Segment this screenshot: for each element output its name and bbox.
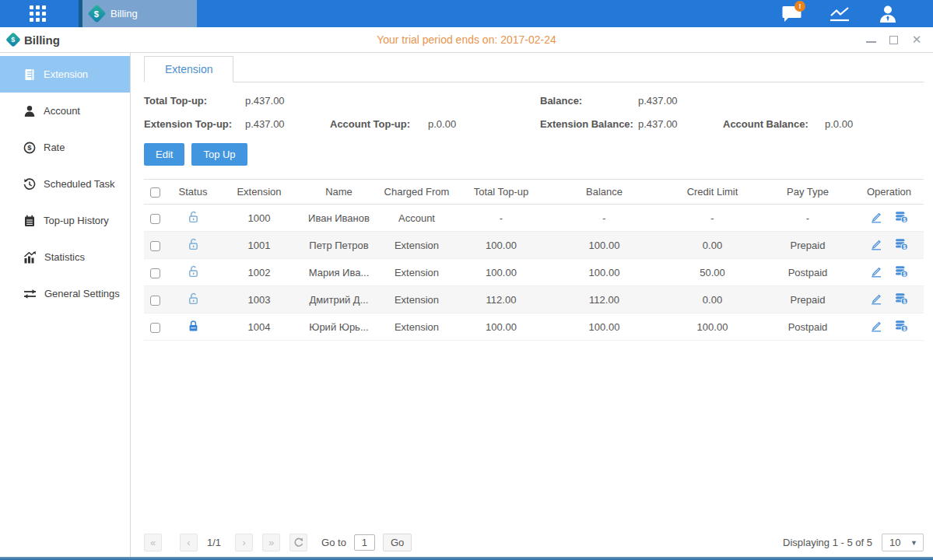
charged-from-cell: Extension xyxy=(376,286,458,313)
credit-limit-cell: 0.00 xyxy=(664,232,761,259)
page-size-select[interactable]: 10 ▼ xyxy=(882,534,924,551)
sidebar-item-label: Top-up History xyxy=(44,215,109,226)
tab-extension[interactable]: Extension xyxy=(144,56,233,82)
pay-type-cell: Postpaid xyxy=(761,259,854,286)
statistics-bars-icon xyxy=(23,251,37,264)
col-balance: Balance xyxy=(545,180,664,205)
table-header-row: Status Extension Name Charged From Total… xyxy=(144,180,924,205)
top-up-button[interactable]: Top Up xyxy=(191,143,247,166)
sidebar-item-topup-history[interactable]: Top-up History xyxy=(0,202,130,239)
go-button[interactable]: Go xyxy=(383,534,412,551)
credit-limit-cell: 100.00 xyxy=(664,313,761,341)
operation-cell: $ xyxy=(854,313,924,341)
col-total-topup: Total Top-up xyxy=(458,180,545,205)
edit-pencil-icon xyxy=(870,238,882,250)
prev-page-button[interactable]: ‹ xyxy=(180,534,198,551)
extension-cell: 1000 xyxy=(216,205,302,232)
account-balance-value: p.0.00 xyxy=(825,118,924,130)
page-indicator: 1/1 xyxy=(207,537,221,548)
edit-row-button[interactable] xyxy=(870,320,882,334)
credit-limit-cell: 0.00 xyxy=(664,286,761,313)
balance-cell: 100.00 xyxy=(545,232,664,259)
refresh-button[interactable] xyxy=(289,534,307,551)
row-checkbox[interactable] xyxy=(150,323,160,333)
col-operation: Operation xyxy=(854,180,924,205)
edit-button[interactable]: Edit xyxy=(144,143,184,166)
locked-icon xyxy=(188,320,199,332)
scheduled-task-clock-icon xyxy=(23,178,36,191)
first-page-button[interactable]: « xyxy=(144,534,162,551)
close-button[interactable]: ✕ xyxy=(911,34,922,45)
topup-row-button[interactable]: $ xyxy=(895,238,908,253)
pay-type-cell: Prepaid xyxy=(761,232,854,259)
last-page-button[interactable]: » xyxy=(262,534,280,551)
goto-page-input[interactable] xyxy=(354,534,375,551)
app-tab-label: Billing xyxy=(110,8,138,19)
balance-cell: 100.00 xyxy=(545,259,664,286)
statistics-chart-icon[interactable] xyxy=(829,5,851,23)
minimize-button[interactable] xyxy=(866,37,876,43)
sidebar-item-label: Extension xyxy=(44,68,88,80)
edit-row-button[interactable] xyxy=(870,292,882,307)
topup-row-button[interactable]: $ xyxy=(895,320,908,334)
next-page-button[interactable]: › xyxy=(235,534,253,551)
sidebar-item-scheduled-task[interactable]: Scheduled Task xyxy=(0,166,130,202)
sidebar-item-general-settings[interactable]: General Settings xyxy=(0,275,130,312)
sidebar-item-extension[interactable]: Extension xyxy=(0,56,130,93)
select-all-checkbox[interactable] xyxy=(150,187,160,198)
status-cell xyxy=(170,232,216,259)
table-body: 1000Иван ИвановAccount----$1001Петр Петр… xyxy=(144,205,924,341)
notifications-chat-icon[interactable]: ! xyxy=(780,5,802,23)
account-balance-label: Account Balance: xyxy=(723,118,825,130)
svg-text:$: $ xyxy=(903,243,906,250)
topup-row-button[interactable]: $ xyxy=(895,265,908,280)
table-row: 1002Мария Ива...Extension100.00100.0050.… xyxy=(144,259,924,286)
row-checkbox[interactable] xyxy=(150,214,160,224)
table-row: 1004Юрий Юрь...Extension100.00100.00100.… xyxy=(144,313,924,341)
tab-strip: Extension xyxy=(144,56,924,82)
line-chart-icon xyxy=(829,5,851,23)
total-topup-cell: 112.00 xyxy=(458,286,545,313)
name-cell: Дмитрий Д... xyxy=(302,286,376,313)
topup-row-button[interactable]: $ xyxy=(895,292,908,307)
unlocked-icon xyxy=(188,211,199,223)
total-topup-label: Total Top-up: xyxy=(144,95,245,107)
edit-row-button[interactable] xyxy=(870,211,882,226)
chevron-down-icon: ▼ xyxy=(910,539,917,547)
col-status: Status xyxy=(170,180,216,205)
charged-from-cell: Extension xyxy=(376,259,458,286)
unlocked-icon xyxy=(188,238,199,250)
col-pay-type: Pay Type xyxy=(761,180,854,205)
table-row: 1003Дмитрий Д...Extension112.00112.000.0… xyxy=(144,286,924,313)
window-bottom-edge xyxy=(0,557,933,560)
svg-text:$: $ xyxy=(903,325,906,331)
topup-row-button[interactable]: $ xyxy=(895,211,908,226)
sidebar-item-statistics[interactable]: Statistics xyxy=(0,239,130,275)
edit-pencil-icon xyxy=(870,320,882,332)
maximize-button[interactable] xyxy=(889,36,898,44)
sidebar-item-account[interactable]: Account xyxy=(0,93,130,129)
row-checkbox[interactable] xyxy=(150,268,160,278)
sidebar-item-label: Scheduled Task xyxy=(44,178,115,190)
top-bar: $ Billing ! xyxy=(0,0,933,27)
row-checkbox[interactable] xyxy=(150,296,160,306)
user-account-icon[interactable] xyxy=(877,5,899,23)
notification-badge: ! xyxy=(794,1,805,12)
row-checkbox[interactable] xyxy=(150,241,160,251)
operation-cell: $ xyxy=(854,232,924,259)
pay-type-cell: Postpaid xyxy=(761,313,854,341)
edit-row-button[interactable] xyxy=(870,265,882,280)
sidebar-item-label: Statistics xyxy=(44,251,85,263)
pay-type-cell: - xyxy=(761,205,854,232)
extension-topup-value: p.437.00 xyxy=(245,118,330,130)
main-content: Extension Total Top-up: p.437.00 Balance… xyxy=(131,53,933,557)
extension-cell: 1003 xyxy=(216,286,302,313)
sidebar-item-label: Rate xyxy=(44,142,65,153)
edit-row-button[interactable] xyxy=(870,238,882,253)
apps-menu-icon[interactable] xyxy=(30,5,46,22)
coins-topup-icon: $ xyxy=(895,320,908,332)
app-tab-billing[interactable]: $ Billing xyxy=(79,0,197,27)
balance-label: Balance: xyxy=(540,95,638,107)
sidebar-item-rate[interactable]: $ Rate xyxy=(0,129,130,166)
billing-window-icon: $ xyxy=(5,32,21,47)
